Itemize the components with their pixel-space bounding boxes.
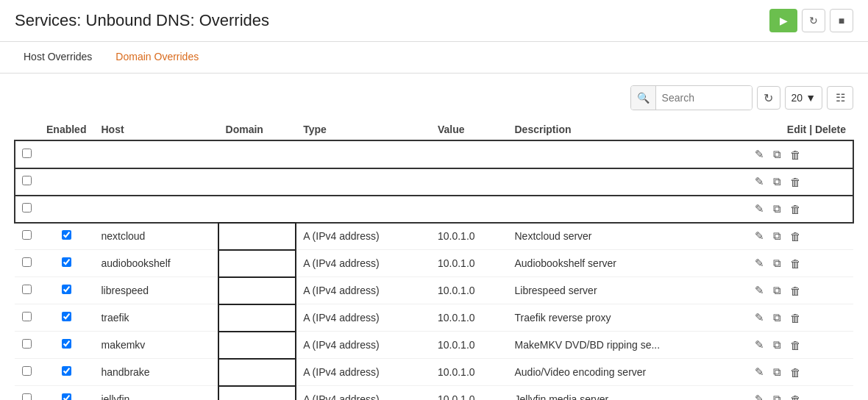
table-refresh-button[interactable]: ↻ (757, 86, 780, 110)
row-domain-cell (218, 332, 296, 359)
row-type-cell (296, 196, 430, 223)
play-icon: ▶ (780, 15, 788, 26)
edit-button[interactable]: ✎ (752, 146, 767, 162)
row-host-cell (93, 168, 218, 196)
table-row: ✎ ⧉ 🗑 (15, 168, 853, 196)
row-select-checkbox[interactable] (22, 366, 32, 376)
row-value-cell: 10.0.1.0 (430, 223, 508, 250)
row-desc-cell (507, 140, 744, 168)
row-value-cell: 10.0.1.0 (430, 277, 508, 304)
row-host-cell: traefik (93, 304, 218, 332)
table-row: ✎ ⧉ 🗑 (15, 140, 853, 168)
row-actions-cell: ✎ ⧉ 🗑 (744, 304, 853, 332)
stop-button[interactable]: ■ (830, 9, 853, 32)
col-header-enabled: Enabled (39, 119, 93, 140)
table-row: audiobookshelf A (IPv4 address) 10.0.1.0… (15, 250, 853, 277)
delete-button[interactable]: 🗑 (787, 229, 804, 244)
edit-button[interactable]: ✎ (752, 364, 767, 380)
row-select-checkbox[interactable] (22, 339, 32, 349)
search-box: 🔍 (630, 85, 753, 110)
row-desc-cell (507, 196, 744, 223)
delete-button[interactable]: 🗑 (787, 392, 804, 401)
refresh-button[interactable]: ↻ (802, 9, 825, 32)
col-header-domain: Domain (218, 119, 296, 140)
row-checkbox-cell (15, 277, 39, 304)
edit-button[interactable]: ✎ (752, 310, 767, 326)
row-host-cell: jellyfin (93, 386, 218, 401)
col-header-host: Host (93, 119, 218, 140)
tab-host-overrides[interactable]: Host Overrides (12, 42, 104, 73)
copy-button[interactable]: ⧉ (770, 337, 784, 353)
header-actions: ▶ ↻ ■ (769, 9, 853, 32)
row-select-checkbox[interactable] (22, 176, 32, 185)
row-value-cell: 10.0.1.0 (430, 332, 508, 359)
copy-button[interactable]: ⧉ (770, 228, 784, 244)
edit-button[interactable]: ✎ (752, 228, 767, 244)
row-type-cell (296, 140, 430, 168)
tab-domain-overrides[interactable]: Domain Overrides (104, 42, 210, 73)
delete-button[interactable]: 🗑 (787, 310, 804, 326)
copy-button[interactable]: ⧉ (770, 282, 784, 299)
row-domain-cell (218, 304, 296, 332)
edit-button[interactable]: ✎ (752, 201, 767, 217)
play-button[interactable]: ▶ (769, 9, 797, 32)
search-button[interactable]: 🔍 (631, 86, 656, 110)
copy-button[interactable]: ⧉ (770, 146, 784, 162)
delete-button[interactable]: 🗑 (787, 365, 804, 380)
view-options-button[interactable]: ☷ (827, 86, 853, 110)
edit-button[interactable]: ✎ (752, 391, 767, 400)
copy-button[interactable]: ⧉ (770, 391, 784, 400)
per-page-button[interactable]: 20 ▼ (785, 86, 822, 110)
row-select-checkbox[interactable] (22, 230, 32, 240)
row-enabled-checkbox[interactable] (62, 257, 71, 267)
tabs-bar: Host Overrides Domain Overrides (0, 42, 868, 74)
row-enabled-checkbox[interactable] (62, 230, 71, 240)
page-title: Services: Unbound DNS: Overrides (15, 11, 269, 30)
row-enabled-checkbox[interactable] (62, 312, 71, 321)
edit-button[interactable]: ✎ (752, 337, 767, 353)
row-value-cell (430, 168, 508, 196)
row-enabled-cell (39, 359, 93, 386)
row-enabled-checkbox[interactable] (62, 339, 71, 349)
row-host-cell: handbrake (93, 359, 218, 386)
search-input[interactable] (656, 86, 752, 110)
row-actions-cell: ✎ ⧉ 🗑 (744, 196, 853, 223)
delete-button[interactable]: 🗑 (787, 256, 804, 271)
row-select-checkbox[interactable] (22, 312, 32, 321)
row-type-cell: A (IPv4 address) (296, 359, 430, 386)
row-select-checkbox[interactable] (22, 257, 32, 267)
edit-button[interactable]: ✎ (752, 174, 767, 190)
page-header: Services: Unbound DNS: Overrides ▶ ↻ ■ (0, 0, 868, 42)
row-enabled-cell (39, 277, 93, 304)
delete-button[interactable]: 🗑 (787, 147, 804, 162)
copy-button[interactable]: ⧉ (770, 310, 784, 326)
table-row: handbrake A (IPv4 address) 10.0.1.0 Audi… (15, 359, 853, 386)
row-type-cell: A (IPv4 address) (296, 304, 430, 332)
table-row: ✎ ⧉ 🗑 (15, 196, 853, 223)
row-checkbox-cell (15, 223, 39, 250)
copy-button[interactable]: ⧉ (770, 364, 784, 380)
row-select-checkbox[interactable] (22, 203, 32, 213)
delete-button[interactable]: 🗑 (787, 201, 804, 217)
row-desc-cell: Audiobookshelf server (507, 250, 744, 277)
copy-button[interactable]: ⧉ (770, 174, 784, 190)
edit-button[interactable]: ✎ (752, 255, 767, 271)
row-enabled-checkbox[interactable] (62, 285, 71, 294)
edit-button[interactable]: ✎ (752, 282, 767, 299)
row-select-checkbox[interactable] (22, 149, 32, 158)
row-checkbox-cell (15, 168, 39, 196)
row-type-cell (296, 168, 430, 196)
row-domain-cell (218, 196, 296, 223)
delete-button[interactable]: 🗑 (787, 174, 804, 190)
copy-button[interactable]: ⧉ (770, 255, 784, 271)
row-host-cell: nextcloud (93, 223, 218, 250)
row-select-checkbox[interactable] (22, 393, 32, 400)
row-desc-cell: Nextcloud server (507, 223, 744, 250)
row-enabled-checkbox[interactable] (62, 393, 71, 400)
delete-button[interactable]: 🗑 (787, 338, 804, 353)
row-select-checkbox[interactable] (22, 285, 32, 294)
copy-button[interactable]: ⧉ (770, 201, 784, 217)
delete-button[interactable]: 🗑 (787, 283, 804, 299)
row-enabled-checkbox[interactable] (62, 366, 71, 376)
row-domain-cell (218, 386, 296, 401)
